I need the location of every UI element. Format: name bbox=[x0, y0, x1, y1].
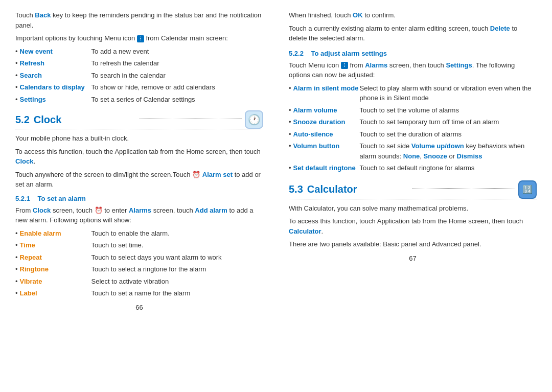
alarm-option-desc: Touch to set a name for the alarm bbox=[91, 288, 263, 298]
section-52-header: 5.2 Clock 🕐 bbox=[15, 110, 263, 129]
list-item: • Time Touch to set time. bbox=[15, 240, 263, 250]
alarm-option-key: Ringtone bbox=[20, 264, 91, 274]
subsection-title: To set an alarm bbox=[37, 195, 85, 202]
setting-key: Set default ringtone bbox=[293, 163, 360, 173]
clock-desc1: Your mobile phone has a built-in clock. bbox=[15, 133, 263, 144]
delete-bold: Delete bbox=[490, 25, 510, 32]
alarm-option-desc: Touch to set time. bbox=[91, 240, 263, 250]
option-key: Search bbox=[20, 71, 91, 81]
option-desc: To show or hide, remove or add calendars bbox=[91, 82, 263, 93]
calculator-bold: Calculator bbox=[289, 227, 321, 235]
page-number-right: 67 bbox=[289, 255, 537, 262]
back-bold: Back bbox=[35, 11, 51, 19]
list-item: • Label Touch to set a name for the alar… bbox=[15, 288, 263, 298]
section-num-53: 5.3 bbox=[289, 183, 303, 195]
alarm-option-desc: Select to activate vibration bbox=[91, 276, 263, 287]
list-item: • New event To add a new event bbox=[15, 47, 263, 57]
alarm-option-key: Repeat bbox=[20, 252, 91, 263]
list-item: • Enable alarm Touch to enable the alarm… bbox=[15, 228, 263, 239]
section-num: 5.2 bbox=[15, 114, 30, 126]
menu-intro: Important options by touching Menu icon … bbox=[15, 33, 263, 43]
setting-key: Volumn button bbox=[293, 141, 360, 151]
list-item: • Volumn button Touch to set side Volume… bbox=[289, 141, 537, 161]
setting-key: Auto-silence bbox=[293, 129, 360, 140]
section-53-header: 5.3 Calculator 🔢 bbox=[289, 180, 537, 199]
subsection-522-header: 5.2.2 To adjust alarm settings bbox=[289, 50, 537, 57]
calc-desc1: With Calculator, you can solve many math… bbox=[289, 203, 537, 214]
alarm-option-key: Enable alarm bbox=[20, 228, 91, 239]
confirm-text: When finished, touch OK to confirm. bbox=[289, 10, 537, 20]
setting-desc: Select to play alarm with sound or vibra… bbox=[360, 83, 537, 103]
setting-key: Snooze duration bbox=[293, 117, 360, 127]
calc-desc3: There are two panels available: Basic pa… bbox=[289, 239, 537, 249]
list-item: • Search To search in the calendar bbox=[15, 71, 263, 81]
clock-ref: Clock bbox=[33, 206, 51, 214]
subsection-521-header: 5.2.1 To set an alarm bbox=[15, 195, 263, 202]
dotted-line-right bbox=[412, 188, 515, 189]
setting-key: Alarm volume bbox=[293, 105, 360, 116]
list-item: • Refresh To refresh the calendar bbox=[15, 58, 263, 68]
alarm-option-key: Time bbox=[20, 240, 91, 250]
setting-desc: Touch to set the duration of alarms bbox=[360, 129, 537, 140]
setting-desc: Touch to set default ringtone for alarms bbox=[360, 163, 537, 173]
list-item: • Snooze duration Touch to set temporary… bbox=[289, 117, 537, 127]
volume-updown-bold: Volume up/down bbox=[411, 142, 464, 150]
calc-desc2: To access this function, touch Applicati… bbox=[289, 216, 537, 236]
option-key: Settings bbox=[20, 95, 91, 105]
alarm-option-desc: Touch to enable the alarm. bbox=[91, 228, 263, 239]
option-desc: To set a series of Calendar settings bbox=[91, 95, 263, 105]
alarm-option-desc: Touch to select days you want alarm to w… bbox=[91, 252, 263, 263]
setting-desc: Touch to set the volume of alarms bbox=[360, 105, 537, 116]
alarms-ref: Alarms bbox=[129, 206, 151, 214]
setting-desc: Touch to set temporary turn off time of … bbox=[360, 117, 537, 127]
alarm-option-key: Label bbox=[20, 288, 91, 298]
section-title-53: Calculator bbox=[307, 183, 410, 195]
list-item: • Auto-silence Touch to set the duration… bbox=[289, 129, 537, 140]
list-item: • Alarm in silent mode Select to play al… bbox=[289, 83, 537, 103]
list-item: • Calendars to display To show or hide, … bbox=[15, 82, 263, 93]
section-title: Clock bbox=[34, 114, 136, 126]
option-desc: To refresh the calendar bbox=[91, 58, 263, 68]
list-item: • Alarm volume Touch to set the volume o… bbox=[289, 105, 537, 116]
alarm-option-key: Vibrate bbox=[20, 276, 91, 287]
option-key: New event bbox=[20, 47, 91, 57]
alarm-option-desc: Touch to select a ringtone for the alarm bbox=[91, 264, 263, 274]
dotted-line bbox=[139, 119, 242, 119]
snooze-bold: Snooze bbox=[424, 152, 447, 160]
setting-desc: Touch to set side Volume up/down key beh… bbox=[360, 141, 537, 161]
list-item: • Repeat Touch to select days you want a… bbox=[15, 252, 263, 263]
setting-key: Alarm in silent mode bbox=[293, 83, 360, 94]
right-column: When finished, touch OK to confirm. Touc… bbox=[284, 10, 537, 382]
list-item: • Ringtone Touch to select a ringtone fo… bbox=[15, 264, 263, 274]
subsection-num-522: 5.2.2 bbox=[289, 50, 304, 57]
back-key-intro: Touch Back key to keep the reminders pen… bbox=[15, 10, 263, 30]
settings-options-list: • Alarm in silent mode Select to play al… bbox=[289, 83, 537, 173]
option-desc: To add a new event bbox=[91, 47, 263, 57]
settings-ref: Settings bbox=[446, 61, 472, 69]
list-item: • Vibrate Select to activate vibration bbox=[15, 276, 263, 287]
alarm-desc: From Clock screen, touch ⏰ to enter Alar… bbox=[15, 205, 263, 225]
settings-desc: Touch Menu icon ⋮ from Alarms screen, th… bbox=[289, 60, 537, 80]
none-bold: None bbox=[403, 152, 420, 160]
ok-bold: OK bbox=[353, 11, 363, 19]
alarms-ref2: Alarms bbox=[365, 61, 387, 69]
subsection-num: 5.2.1 bbox=[15, 195, 30, 202]
option-desc: To search in the calendar bbox=[91, 71, 263, 81]
list-item: • Settings To set a series of Calendar s… bbox=[15, 95, 263, 105]
alarm-set-bold: Alarm set bbox=[202, 171, 233, 178]
clock-bold: Clock bbox=[15, 157, 33, 165]
menu-icon: ⋮ bbox=[137, 35, 144, 42]
add-alarm-ref: Add alarm bbox=[195, 206, 227, 214]
delete-text: Touch a currently existing alarm to ente… bbox=[289, 24, 537, 43]
list-item: • Set default ringtone Touch to set defa… bbox=[289, 163, 537, 173]
menu-icon-right: ⋮ bbox=[341, 62, 348, 69]
subsection-title-522: To adjust alarm settings bbox=[311, 50, 387, 57]
clock-desc2: To access this function, touch the Appli… bbox=[15, 147, 263, 167]
calculator-icon: 🔢 bbox=[518, 180, 537, 199]
calendar-options-list: • New event To add a new event • Refresh… bbox=[15, 47, 263, 105]
page-number-left: 66 bbox=[15, 304, 263, 311]
dismiss-bold: Dismiss bbox=[457, 152, 482, 160]
option-key: Calendars to display bbox=[20, 82, 91, 93]
option-key: Refresh bbox=[20, 58, 91, 68]
clock-desc3: Touch anywhere of the screen to dim/ligh… bbox=[15, 170, 263, 190]
